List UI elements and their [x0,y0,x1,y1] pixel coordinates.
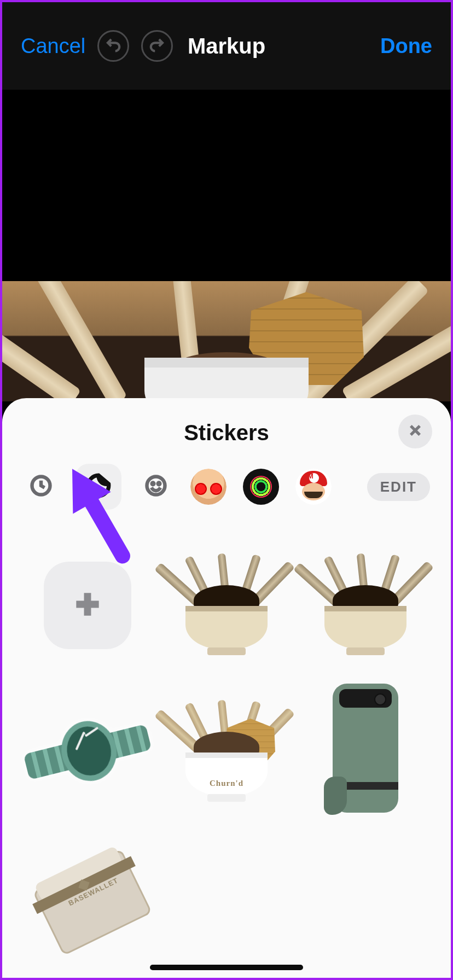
home-indicator[interactable] [150,965,303,970]
sticker-phone[interactable] [300,684,431,820]
sticker-ice-cream-comic-2[interactable] [300,537,431,674]
sheet-title: Stickers [184,421,269,445]
smiley-icon [144,474,168,500]
sticker-watch[interactable] [22,684,153,820]
close-icon [408,423,423,440]
sheet-header: Stickers [18,413,435,452]
category-activity-rings[interactable] [243,469,279,505]
undo-button[interactable] [97,30,129,62]
markup-canvas-empty[interactable] [2,90,451,281]
category-memoji[interactable] [190,469,226,505]
plus-icon [71,587,104,623]
mario-icon: M [295,469,332,505]
memoji-icon [190,469,226,505]
redo-button[interactable] [141,30,173,62]
sticker-wallet[interactable]: BASEWALLET [22,830,153,967]
rings-icon [250,476,272,498]
category-mario-pack[interactable]: M [295,469,332,505]
cancel-button[interactable]: Cancel [21,34,85,58]
sticker-ice-cream-photo[interactable]: Churn'd [161,684,292,820]
sticker-brand-text: Churn'd [210,779,243,788]
redo-icon [149,37,165,55]
stickers-sheet: Stickers [2,398,451,978]
category-emoji[interactable] [138,469,174,505]
edit-stickers-button[interactable]: EDIT [367,473,430,501]
photo-preview[interactable] [2,281,451,401]
category-recents[interactable] [23,469,59,505]
ice-cream-bowl [144,358,309,401]
sticker-ice-cream-comic-1[interactable] [161,537,292,674]
screen-title: Markup [188,34,265,59]
toolbar-left-group: Cancel [21,30,173,62]
svg-point-3 [158,483,160,485]
markup-toolbar: Cancel Markup Done [2,2,451,90]
undo-icon [105,37,121,55]
svg-point-2 [152,483,154,485]
sticker-grid: Churn'd BASEWALLET [18,515,435,967]
done-button[interactable]: Done [380,34,432,58]
add-sticker-tile[interactable] [22,537,153,674]
clock-icon [29,474,53,500]
close-sheet-button[interactable] [398,415,432,448]
